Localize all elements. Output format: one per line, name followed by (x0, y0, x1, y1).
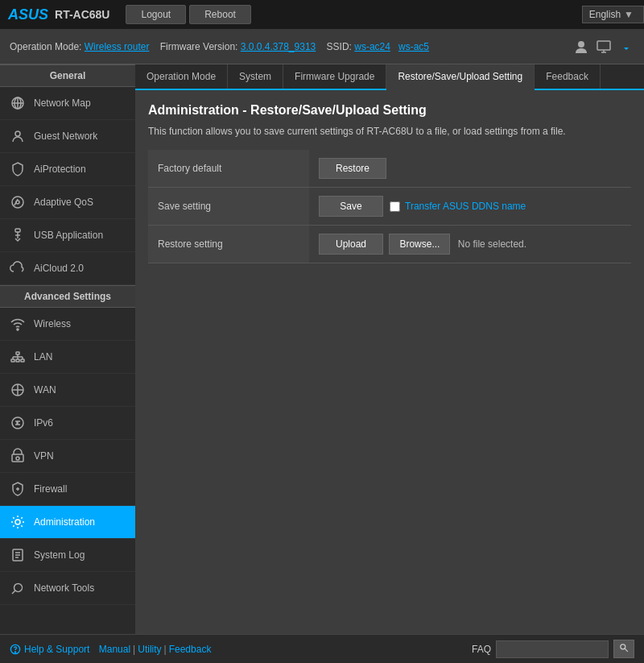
chevron-down-icon: ▼ (624, 9, 634, 20)
separator1: | (133, 644, 135, 655)
faq-search-input[interactable] (496, 640, 609, 658)
settings-table: Factory default Restore Save setting Sav… (148, 150, 631, 263)
save-setting-label: Save setting (148, 188, 309, 226)
sidebar-item-wan[interactable]: WAN (0, 374, 135, 407)
factory-default-label: Factory default (148, 150, 309, 188)
transfer-ddns-label[interactable]: Transfer ASUS DDNS name (405, 201, 526, 212)
svg-point-31 (14, 651, 15, 652)
administration-icon (8, 512, 27, 532)
svg-rect-1 (597, 41, 610, 50)
ssid-label: SSID: (327, 41, 352, 52)
sidebar-label-adaptive-qos: Adaptive QoS (34, 197, 93, 208)
lan-icon (8, 347, 27, 367)
sidebar-item-aicloud[interactable]: AiCloud 2.0 (0, 252, 135, 285)
content-area: Operation Mode System Firmware Upgrade R… (135, 64, 644, 634)
sidebar-item-usb-application[interactable]: USB Application (0, 219, 135, 252)
upload-button[interactable]: Upload (319, 234, 383, 255)
manual-link[interactable]: Manual (99, 644, 130, 655)
faq-label: FAQ (472, 644, 491, 655)
svg-point-25 (15, 520, 20, 524)
sidebar-item-administration[interactable]: Administration (0, 506, 135, 539)
op-mode-label: Operation Mode: (10, 41, 81, 52)
tab-firmware-upgrade[interactable]: Firmware Upgrade (283, 64, 386, 89)
bottom-links: Manual | Utility | Feedback (96, 644, 211, 655)
monitor-icon[interactable] (596, 39, 612, 55)
ssid1[interactable]: ws-ac24 (354, 41, 390, 52)
svg-rect-13 (16, 359, 19, 362)
page-content: Administration - Restore/Save/Upload Set… (135, 90, 644, 634)
guest-network-icon (8, 126, 27, 146)
tab-restore-save-upload[interactable]: Restore/Save/Upload Setting (386, 64, 535, 90)
infobar-icons (573, 39, 634, 55)
network-map-icon (8, 93, 27, 113)
ssid2[interactable]: ws-ac5 (398, 41, 429, 52)
sidebar-label-vpn: VPN (34, 450, 54, 462)
fw-label: Firmware Version: (160, 41, 238, 52)
svg-point-8 (16, 201, 19, 204)
svg-point-0 (578, 41, 584, 48)
model-name: RT-AC68U (55, 8, 109, 21)
system-log-icon (8, 545, 27, 565)
save-button[interactable]: Save (319, 196, 383, 217)
faq-search-button[interactable] (613, 640, 634, 658)
sidebar-label-ipv6: IPv6 (34, 417, 53, 429)
logout-button[interactable]: Logout (126, 5, 186, 24)
svg-rect-14 (21, 359, 24, 362)
utility-link[interactable]: Utility (138, 644, 161, 655)
sidebar-item-wireless[interactable]: Wireless (0, 308, 135, 341)
tab-operation-mode[interactable]: Operation Mode (135, 64, 228, 89)
restore-button[interactable]: Restore (319, 158, 386, 179)
sidebar-item-adaptive-qos[interactable]: Adaptive QoS (0, 186, 135, 219)
sidebar-label-wan: WAN (34, 384, 56, 396)
topbar: ASUS RT-AC68U Logout Reboot English ▼ (0, 0, 644, 29)
sidebar-item-system-log[interactable]: System Log (0, 539, 135, 572)
sidebar-item-network-tools[interactable]: Network Tools (0, 572, 135, 605)
advanced-section-label: Advanced Settings (0, 285, 135, 308)
fw-value[interactable]: 3.0.0.4.378_9313 (241, 41, 316, 52)
sidebar-label-network-tools: Network Tools (34, 582, 94, 594)
svg-point-32 (621, 644, 625, 649)
bottombar: Help & Support Manual | Utility | Feedba… (0, 634, 644, 663)
reboot-button[interactable]: Reboot (189, 5, 251, 24)
sidebar-label-system-log: System Log (34, 549, 85, 561)
svg-rect-9 (15, 229, 20, 232)
search-icon (619, 643, 629, 653)
sidebar-item-network-map[interactable]: Network Map (0, 87, 135, 120)
help-support-link[interactable]: Help & Support (10, 644, 89, 655)
language-selector[interactable]: English ▼ (582, 6, 644, 23)
page-description: This function allows you to save current… (148, 126, 631, 137)
sidebar-label-network-map: Network Map (34, 97, 91, 109)
op-mode-value[interactable]: Wireless router (85, 41, 150, 52)
vpn-icon (8, 446, 27, 466)
user-icon[interactable] (573, 39, 589, 55)
page-title: Administration - Restore/Save/Upload Set… (148, 103, 631, 118)
sidebar-item-firewall[interactable]: Firewall (0, 473, 135, 506)
faq-area: FAQ (472, 640, 634, 658)
usb-application-icon (8, 226, 27, 245)
sidebar-item-aiprotection[interactable]: AiProtection (0, 153, 135, 186)
tab-feedback[interactable]: Feedback (535, 64, 601, 89)
separator2: | (164, 644, 167, 655)
feedback-link[interactable]: Feedback (169, 644, 212, 655)
browse-button[interactable]: Browse... (389, 234, 450, 255)
sidebar-label-lan: LAN (34, 351, 52, 363)
sidebar-item-vpn[interactable]: VPN (0, 440, 135, 473)
help-support-label: Help & Support (24, 644, 89, 655)
svg-point-6 (15, 131, 20, 136)
ipv6-icon (8, 413, 27, 433)
transfer-ddns-check: Transfer ASUS DDNS name (390, 201, 526, 212)
factory-default-row: Factory default Restore (148, 150, 631, 188)
sidebar-label-wireless: Wireless (34, 318, 71, 329)
sidebar-item-lan[interactable]: LAN (0, 341, 135, 374)
network-tools-icon (8, 578, 27, 598)
svg-point-24 (16, 457, 19, 460)
sidebar-label-aicloud: AiCloud 2.0 (34, 263, 84, 274)
tab-system[interactable]: System (228, 64, 283, 89)
transfer-ddns-checkbox[interactable] (390, 201, 400, 212)
sidebar-label-aiprotection: AiProtection (34, 164, 86, 175)
sidebar-item-ipv6[interactable]: IPv6 (0, 407, 135, 440)
infobar-text: Operation Mode: Wireless router Firmware… (10, 41, 573, 52)
usb-icon[interactable] (618, 39, 634, 55)
sidebar-item-guest-network[interactable]: Guest Network (0, 120, 135, 153)
restore-setting-row: Restore setting Upload Browse... No file… (148, 226, 631, 263)
